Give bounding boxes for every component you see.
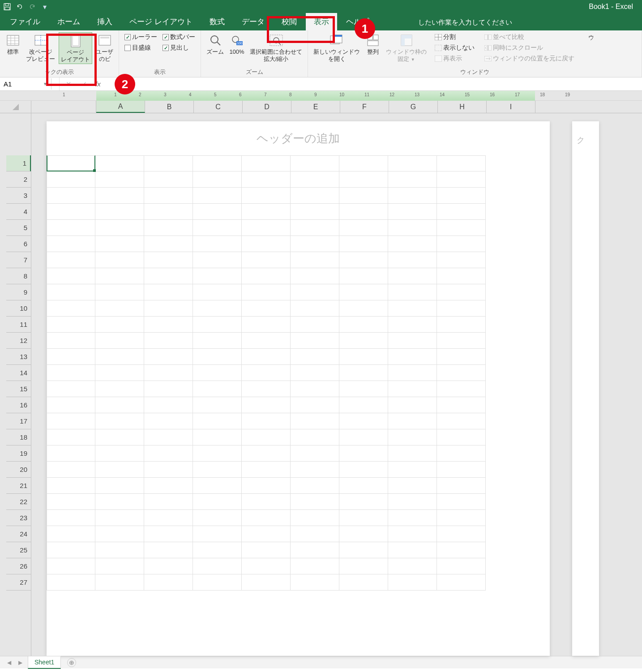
cell[interactable] [144, 526, 193, 542]
cell[interactable] [437, 349, 486, 365]
cell[interactable] [437, 542, 486, 558]
cell[interactable] [47, 478, 95, 494]
cell[interactable] [144, 284, 193, 300]
cell[interactable] [95, 300, 144, 317]
cell[interactable] [388, 413, 437, 429]
cell[interactable] [291, 429, 339, 445]
cell[interactable] [47, 284, 95, 300]
cell[interactable] [144, 252, 193, 268]
cell[interactable] [95, 542, 144, 558]
horizontal-ruler[interactable]: 1 1 2 3 4 5 6 7 8 9 10 11 12 13 14 15 16… [0, 91, 642, 101]
cell[interactable] [339, 381, 388, 397]
cell[interactable] [388, 284, 437, 300]
cell[interactable] [144, 171, 193, 188]
cell[interactable] [95, 413, 144, 429]
tab-data[interactable]: データ [234, 13, 273, 30]
cell[interactable] [291, 365, 339, 381]
headings-checkbox[interactable]: 見出し [161, 43, 197, 53]
cell[interactable] [388, 188, 437, 204]
cell[interactable] [339, 284, 388, 300]
tab-review[interactable]: 校閲 [274, 13, 305, 30]
cell[interactable] [291, 349, 339, 365]
redo-icon[interactable] [29, 3, 36, 10]
cell[interactable] [437, 381, 486, 397]
cell[interactable] [144, 381, 193, 397]
cell[interactable] [437, 574, 486, 591]
row-header-14[interactable]: 14 [6, 365, 31, 381]
vertical-ruler[interactable] [0, 113, 6, 656]
tab-file[interactable]: ファイル [2, 13, 48, 30]
cell[interactable] [339, 171, 388, 188]
cell[interactable] [95, 171, 144, 188]
cell[interactable] [144, 429, 193, 445]
formula-bar-checkbox[interactable]: 数式バー [161, 32, 197, 42]
cell[interactable] [144, 558, 193, 574]
cell[interactable] [193, 349, 242, 365]
cell[interactable] [242, 220, 291, 236]
cell[interactable] [437, 188, 486, 204]
sheet-nav-next-icon[interactable]: ▶ [17, 659, 24, 666]
cell[interactable] [242, 204, 291, 220]
cell[interactable] [291, 252, 339, 268]
col-header-a[interactable]: A [96, 101, 145, 113]
enter-formula-icon[interactable]: ✓ [80, 80, 89, 88]
cell[interactable] [47, 252, 95, 268]
cell[interactable] [193, 333, 242, 349]
cell[interactable] [242, 349, 291, 365]
cell[interactable] [388, 333, 437, 349]
tab-formulas[interactable]: 数式 [201, 13, 233, 30]
cell[interactable] [193, 284, 242, 300]
cell[interactable] [95, 365, 144, 381]
cell[interactable] [388, 494, 437, 510]
cell[interactable] [95, 445, 144, 462]
cell[interactable] [242, 397, 291, 413]
cell[interactable] [47, 494, 95, 510]
row-header-10[interactable]: 10 [6, 300, 31, 317]
cell[interactable] [144, 397, 193, 413]
cell[interactable] [242, 317, 291, 333]
cell[interactable] [339, 510, 388, 526]
row-header-1[interactable]: 1 [6, 155, 31, 171]
cell[interactable] [95, 494, 144, 510]
col-header-f[interactable]: F [340, 101, 389, 113]
cell[interactable] [242, 478, 291, 494]
cell[interactable] [144, 478, 193, 494]
cell[interactable] [95, 317, 144, 333]
cell[interactable] [47, 349, 95, 365]
cell[interactable] [95, 268, 144, 284]
cell[interactable] [339, 462, 388, 478]
cell[interactable] [193, 478, 242, 494]
cell[interactable] [47, 413, 95, 429]
cell[interactable] [47, 268, 95, 284]
tab-view[interactable]: 表示 [306, 13, 337, 30]
row-header-9[interactable]: 9 [6, 284, 31, 300]
cell[interactable] [339, 317, 388, 333]
ruler-checkbox[interactable]: ルーラー [123, 32, 159, 42]
cell[interactable] [193, 155, 242, 171]
cell[interactable] [339, 252, 388, 268]
cell[interactable] [339, 558, 388, 574]
cell[interactable] [437, 429, 486, 445]
cell[interactable] [47, 462, 95, 478]
cell[interactable] [339, 349, 388, 365]
cell[interactable] [242, 365, 291, 381]
cell[interactable] [47, 542, 95, 558]
cell[interactable] [388, 510, 437, 526]
cell[interactable] [193, 445, 242, 462]
row-header-22[interactable]: 22 [6, 494, 31, 510]
cell[interactable] [144, 317, 193, 333]
cell[interactable] [242, 558, 291, 574]
save-icon[interactable] [4, 3, 11, 10]
cell[interactable] [144, 462, 193, 478]
cell[interactable] [242, 236, 291, 252]
cell[interactable] [242, 542, 291, 558]
row-header-18[interactable]: 18 [6, 429, 31, 445]
cell[interactable] [144, 236, 193, 252]
cell[interactable] [291, 445, 339, 462]
cell[interactable] [339, 429, 388, 445]
cell[interactable] [47, 333, 95, 349]
row-header-6[interactable]: 6 [6, 236, 31, 252]
cell[interactable] [95, 429, 144, 445]
cell[interactable] [291, 284, 339, 300]
cell[interactable] [339, 574, 388, 591]
